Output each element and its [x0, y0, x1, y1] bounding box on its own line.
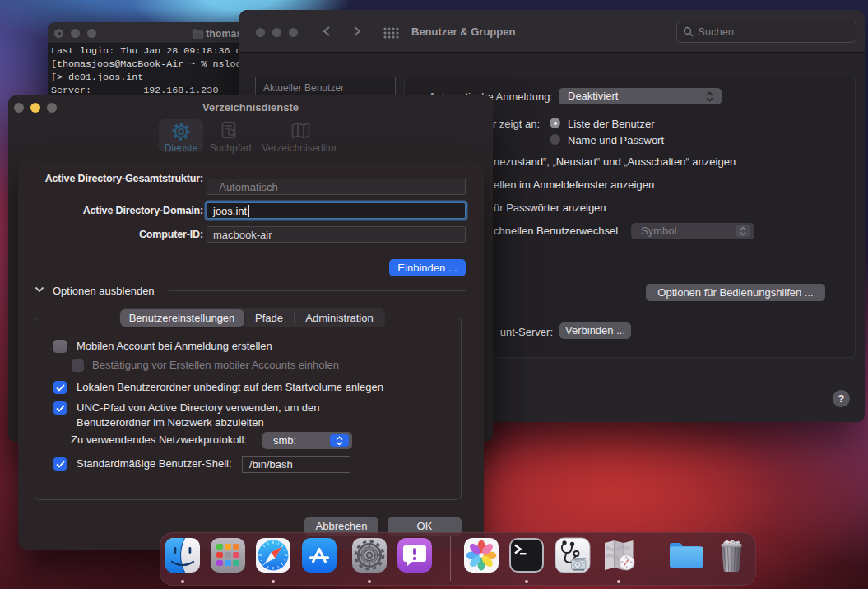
svg-text:E: E [630, 560, 633, 564]
svg-text:W: W [620, 560, 624, 564]
svg-text:S: S [625, 565, 628, 569]
svg-text:N: N [625, 555, 628, 559]
